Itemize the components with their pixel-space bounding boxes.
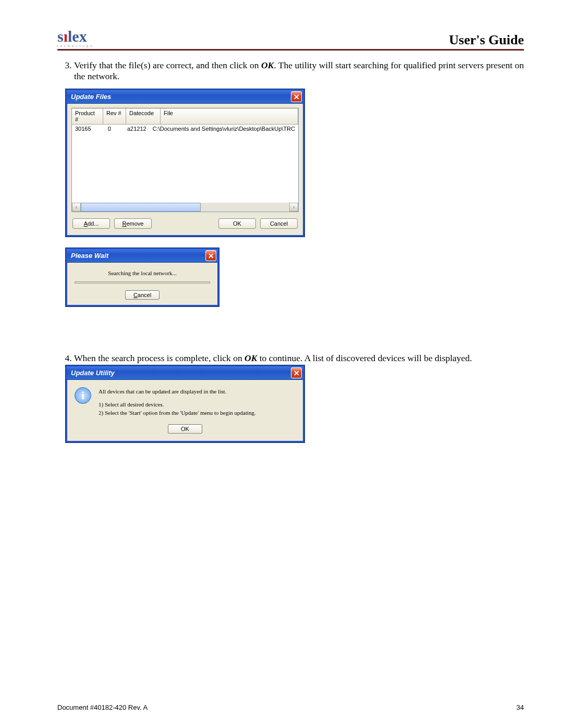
status-text: Searching the local network...: [75, 270, 210, 276]
titlebar[interactable]: Update Files ✕: [66, 89, 304, 104]
add-button[interactable]: Add...: [72, 218, 110, 229]
info-text: All devices that can be updated are disp…: [99, 387, 256, 417]
update-files-dialog: Update Files ✕ Product # Rev # Datecode …: [65, 89, 305, 237]
horizontal-scrollbar[interactable]: ‹ ›: [72, 203, 298, 212]
close-icon[interactable]: ✕: [291, 367, 302, 378]
progress-bar: [75, 281, 210, 283]
logo-text: sılex: [57, 28, 87, 45]
list-row[interactable]: 30165 0 a21212 C:\Documents and Settings…: [72, 125, 298, 132]
cancel-button[interactable]: Cancel: [125, 290, 160, 300]
ok-button[interactable]: OK: [218, 218, 256, 229]
page-footer: Document #40182-420 Rev. A 34: [57, 704, 524, 711]
dialog-title: Update Files: [71, 93, 111, 101]
col-file[interactable]: File: [161, 108, 298, 124]
page-number: 34: [517, 704, 524, 711]
file-list[interactable]: Product # Rev # Datecode File 30165 0 a2…: [71, 108, 299, 212]
update-utility-dialog: Update Utility ✕ i All devices that can …: [65, 365, 305, 443]
close-icon[interactable]: ✕: [291, 91, 302, 102]
page-title: User's Guide: [449, 32, 524, 48]
page-header: sılex technology User's Guide: [57, 29, 524, 51]
col-datecode[interactable]: Datecode: [126, 108, 161, 124]
col-product[interactable]: Product #: [72, 108, 103, 124]
logo: sılex technology: [57, 29, 94, 48]
col-rev[interactable]: Rev #: [103, 108, 126, 124]
dialog-title: Please Wait: [71, 252, 108, 260]
please-wait-dialog: Please Wait ✕ Searching the local networ…: [65, 248, 219, 307]
doc-number: Document #40182-420 Rev. A: [57, 704, 148, 711]
close-icon[interactable]: ✕: [205, 250, 216, 261]
info-icon: i: [75, 387, 91, 404]
step-4: When the search process is complete, cli…: [74, 353, 524, 364]
dialog-title: Update Utility: [71, 369, 115, 377]
scroll-left-icon[interactable]: ‹: [72, 203, 81, 212]
remove-button[interactable]: Remove: [114, 218, 152, 229]
cancel-button[interactable]: Cancel: [260, 218, 298, 229]
list-header: Product # Rev # Datecode File: [72, 108, 298, 125]
scroll-right-icon[interactable]: ›: [289, 203, 298, 212]
titlebar[interactable]: Please Wait ✕: [66, 248, 219, 263]
titlebar[interactable]: Update Utility ✕: [66, 365, 304, 380]
ok-button[interactable]: OK: [168, 424, 202, 434]
logo-subtext: technology: [57, 44, 94, 48]
step-3: Verify that the file(s) are correct, and…: [74, 60, 524, 82]
scroll-thumb[interactable]: [81, 203, 201, 212]
